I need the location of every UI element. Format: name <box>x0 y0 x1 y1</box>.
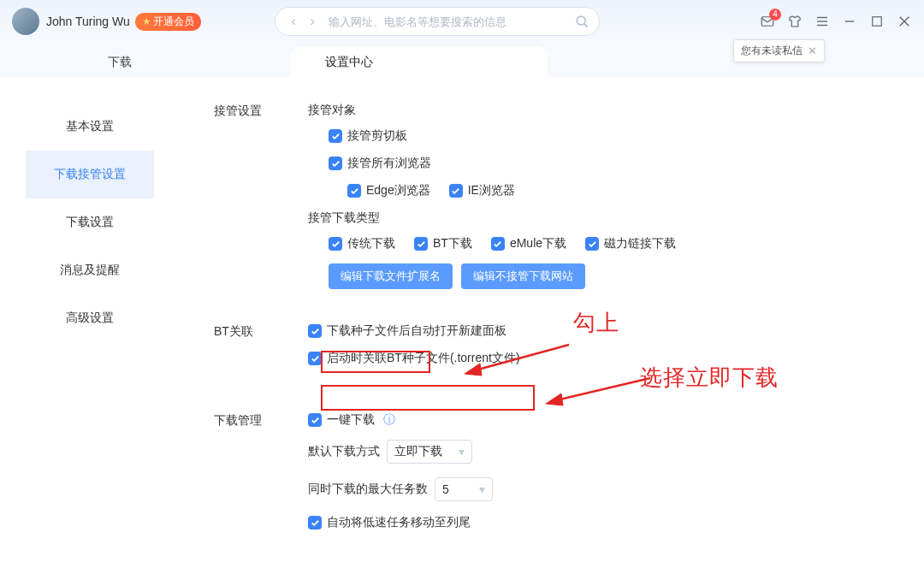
search-icon[interactable] <box>573 13 590 30</box>
chk-one-click[interactable]: 一键下载ⓘ <box>308 412 395 428</box>
username: John Turing Wu <box>46 15 130 28</box>
skin-icon[interactable] <box>787 14 803 29</box>
nav-forward-icon[interactable]: › <box>305 14 320 29</box>
main: 基本设置 下载接管设置 下载设置 消息及提醒 高级设置 接管设置 接管对象 接管… <box>0 77 924 568</box>
chk-traditional[interactable]: 传统下载 <box>329 236 395 251</box>
section-bt-label: BT关联 <box>214 323 308 378</box>
section-bt: BT关联 下载种子文件后自动打开新建面板 启动时关联BT种子文件(.torren… <box>214 323 890 378</box>
settings-content: 接管设置 接管对象 接管剪切板 接管所有浏览器 Edge浏览器 IE浏览器 接管… <box>171 77 924 568</box>
unread-tooltip: 您有未读私信 ✕ <box>733 39 825 62</box>
default-mode-label: 默认下载方式 <box>308 444 380 459</box>
avatar[interactable] <box>12 8 39 35</box>
search-box: ‹ › <box>275 7 600 36</box>
sidebar-item-basic[interactable]: 基本设置 <box>26 103 154 151</box>
edit-sites-button[interactable]: 编辑不接管下载网站 <box>461 263 585 289</box>
section-takeover: 接管设置 接管对象 接管剪切板 接管所有浏览器 Edge浏览器 IE浏览器 接管… <box>214 103 890 306</box>
chk-bt[interactable]: BT下载 <box>414 236 472 251</box>
close-icon[interactable] <box>897 14 912 29</box>
chk-auto-open[interactable]: 下载种子文件后自动打开新建面板 <box>308 323 506 339</box>
tab-download[interactable]: 下载 <box>67 46 173 77</box>
svg-point-0 <box>577 16 585 25</box>
maximize-icon[interactable] <box>869 14 885 29</box>
edit-extensions-button[interactable]: 编辑下载文件扩展名 <box>329 263 453 289</box>
nav-back-icon[interactable]: ‹ <box>286 14 301 29</box>
window-controls: 4 <box>748 14 912 29</box>
menu-icon[interactable] <box>814 14 830 29</box>
tooltip-text: 您有未读私信 <box>741 44 803 58</box>
chk-magnet[interactable]: 磁力链接下载 <box>585 236 676 251</box>
sidebar-item-notify[interactable]: 消息及提醒 <box>26 246 154 294</box>
chk-emule[interactable]: eMule下载 <box>491 236 566 251</box>
chevron-down-icon: ▾ <box>479 482 485 496</box>
max-tasks-label: 同时下载的最大任务数 <box>308 482 428 497</box>
chk-clipboard[interactable]: 接管剪切板 <box>329 128 407 144</box>
open-vip-button[interactable]: ★开通会员 <box>135 13 201 31</box>
chk-assoc-torrent[interactable]: 启动时关联BT种子文件(.torrent文件) <box>308 351 520 366</box>
default-mode-select[interactable]: 立即下载 ▾ <box>387 440 472 464</box>
svg-rect-7 <box>873 17 882 27</box>
chk-edge[interactable]: Edge浏览器 <box>347 183 430 198</box>
takeover-target-head: 接管对象 <box>308 103 890 118</box>
chk-move-slow[interactable]: 自动将低速任务移动至列尾 <box>308 515 471 530</box>
section-dlmgr-label: 下载管理 <box>214 412 308 542</box>
chk-all-browsers[interactable]: 接管所有浏览器 <box>329 156 431 171</box>
max-tasks-select[interactable]: 5 ▾ <box>435 477 493 501</box>
search-input[interactable] <box>322 15 573 28</box>
chevron-down-icon: ▾ <box>459 445 465 459</box>
section-dlmgr: 下载管理 一键下载ⓘ 默认下载方式 立即下载 ▾ 同时下载的最大任务数 5 <box>214 412 890 542</box>
takeover-type-head: 接管下载类型 <box>308 210 890 226</box>
settings-sidebar: 基本设置 下载接管设置 下载设置 消息及提醒 高级设置 <box>0 77 171 568</box>
sidebar-item-download[interactable]: 下载设置 <box>26 198 154 246</box>
sidebar-item-takeover[interactable]: 下载接管设置 <box>26 151 154 198</box>
section-takeover-label: 接管设置 <box>214 103 308 306</box>
tooltip-close-icon[interactable]: ✕ <box>808 44 817 57</box>
tab-settings[interactable]: 设置中心 <box>284 46 414 77</box>
info-icon[interactable]: ⓘ <box>383 412 395 428</box>
svg-line-1 <box>584 24 588 27</box>
minimize-icon[interactable] <box>842 14 857 29</box>
sidebar-item-advanced[interactable]: 高级设置 <box>26 294 154 342</box>
mail-badge: 4 <box>769 9 781 21</box>
mail-icon[interactable]: 4 <box>760 14 775 29</box>
title-bar: John Turing Wu ★开通会员 ‹ › 4 <box>0 0 924 43</box>
chk-ie[interactable]: IE浏览器 <box>449 183 515 198</box>
